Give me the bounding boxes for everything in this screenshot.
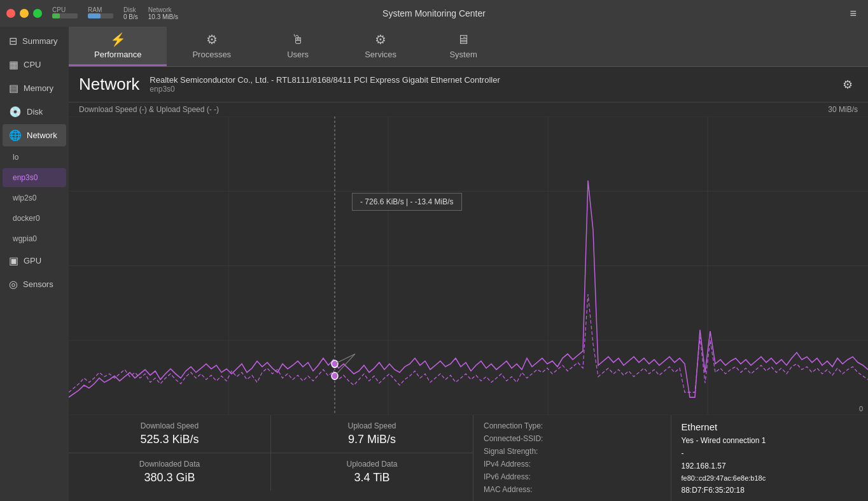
sidebar-label-enp3s0: enp3s0	[13, 173, 38, 182]
connection-type-value-row: Ethernet	[682, 421, 858, 432]
signal-strength-value-row: -	[682, 449, 858, 458]
sidebar-item-gpu[interactable]: ▣ GPU	[3, 250, 66, 272]
connection-type-row: Connection Type:	[484, 421, 661, 430]
performance-icon: ⚡	[110, 32, 126, 47]
download-speed-value: 525.3 KiB/s	[140, 433, 199, 446]
sidebar-label-disk: Disk	[27, 107, 43, 116]
tab-performance-label: Performance	[94, 50, 141, 59]
sidebar-item-disk[interactable]: 💿 Disk	[3, 101, 66, 123]
network-icon: 🌐	[9, 129, 22, 141]
disk-icon: 💿	[9, 106, 22, 118]
uploaded-data-cell: Uploaded Data 3.4 TiB	[271, 453, 473, 491]
network-chart: - 726.6 KiB/s | - -13.4 MiB/s 0	[69, 116, 868, 415]
mac-label: MAC Address:	[484, 485, 533, 494]
network-stat: Network 10.3 MiB/s	[148, 6, 178, 20]
titlebar-stats: CPU RAM Disk 0 B/s Network 10.3 MiB/s	[52, 6, 178, 20]
sidebar-label-memory: Memory	[24, 83, 53, 93]
download-speed-label: Download Speed	[141, 421, 199, 430]
tab-services-label: Services	[365, 50, 396, 59]
app-title: System Monitoring Center	[382, 8, 486, 18]
summary-icon: ⊟	[9, 35, 17, 47]
sidebar-item-cpu[interactable]: ▦ CPU	[3, 53, 66, 76]
sidebar-item-sensors[interactable]: ◎ Sensors	[3, 273, 66, 295]
tab-performance[interactable]: ⚡ Performance	[69, 27, 167, 66]
sensors-icon: ◎	[9, 278, 18, 290]
sidebar-item-enp3s0[interactable]: enp3s0	[3, 168, 66, 187]
upload-speed-cell: Upload Speed 9.7 MiB/s	[271, 415, 473, 453]
minimize-button[interactable]	[20, 9, 29, 18]
sidebar-item-wgpia0[interactable]: wgpia0	[3, 229, 66, 248]
connected-ssid-label: Connected-SSID:	[484, 434, 543, 443]
ipv6-row: IPv6 Address:	[484, 472, 661, 481]
signal-strength-row: Signal Strength:	[484, 447, 661, 456]
content-area: ⚡ Performance ⚙ Processes 🖱 Users ⚙ Serv…	[69, 27, 868, 501]
network-value: 10.3 MiB/s	[148, 13, 178, 20]
sidebar-label-wlp2s0: wlp2s0	[13, 194, 36, 202]
sidebar-item-lo[interactable]: lo	[3, 148, 66, 167]
ipv6-label: IPv6 Address:	[484, 472, 531, 481]
cpu-stat: CPU	[52, 6, 78, 20]
network-page-title: Network	[79, 74, 139, 94]
ipv6-value-row: fe80::cd29:47ac:6e8e:b18c	[682, 474, 858, 482]
tab-services[interactable]: ⚙ Services	[339, 27, 422, 66]
sidebar-label-summary: Summary	[22, 36, 58, 46]
ipv4-value-row: 192.168.1.57	[682, 462, 858, 470]
sidebar-item-memory[interactable]: ▤ Memory	[3, 77, 66, 99]
network-header: Network Realtek Semiconductor Co., Ltd. …	[69, 67, 868, 102]
connection-info-col: Connection Type: Connected-SSID: Signal …	[473, 415, 671, 501]
sidebar-label-docker0: docker0	[13, 214, 40, 223]
gpu-icon: ▣	[9, 255, 18, 267]
main-area: ⊟ Summary ▦ CPU ▤ Memory 💿 Disk 🌐 Networ…	[0, 27, 868, 501]
chart-min-label: 0	[859, 405, 863, 413]
sidebar-item-docker0[interactable]: docker0	[3, 209, 66, 228]
svg-line-12	[335, 354, 355, 364]
download-speed-cell: Download Speed 525.3 KiB/s	[69, 415, 271, 453]
sidebar-label-gpu: GPU	[24, 256, 41, 265]
sidebar-label-cpu: CPU	[24, 60, 41, 69]
ipv4-row: IPv4 Address:	[484, 460, 661, 469]
device-interface: enp3s0	[150, 85, 827, 94]
close-button[interactable]	[6, 9, 15, 18]
users-icon: 🖱	[291, 32, 304, 47]
tab-users[interactable]: 🖱 Users	[256, 27, 339, 66]
system-icon: 🖥	[457, 32, 470, 47]
tab-system[interactable]: 🖥 System	[422, 27, 505, 66]
connected-ssid-row: Connected-SSID:	[484, 434, 661, 443]
processes-icon: ⚙	[206, 32, 218, 47]
connection-type-label: Connection Type:	[484, 421, 543, 430]
ipv6-value: fe80::cd29:47ac:6e8e:b18c	[682, 474, 766, 482]
sidebar-item-wlp2s0[interactable]: wlp2s0	[3, 188, 66, 208]
ipv4-label: IPv4 Address:	[484, 460, 531, 469]
speed-stats-row: Download Speed 525.3 KiB/s Upload Speed …	[69, 415, 473, 453]
ram-label: RAM	[88, 6, 102, 13]
sidebar-item-network[interactable]: 🌐 Network	[3, 124, 66, 146]
sidebar-label-network: Network	[27, 131, 57, 140]
sidebar-label-wgpia0: wgpia0	[13, 234, 37, 243]
tab-system-label: System	[449, 50, 477, 59]
chart-label: Download Speed (-) & Upload Speed (- -)	[79, 105, 219, 114]
network-label: Network	[148, 6, 172, 13]
sidebar-label-lo: lo	[13, 153, 18, 162]
sidebar-label-sensors: Sensors	[23, 279, 53, 289]
chart-header: Download Speed (-) & Upload Speed (- -) …	[69, 102, 868, 116]
tab-processes[interactable]: ⚙ Processes	[167, 27, 256, 66]
connected-ssid-value-row: Yes - Wired connection 1	[682, 436, 858, 445]
signal-strength-label: Signal Strength:	[484, 447, 538, 456]
connected-ssid-value: Yes - Wired connection 1	[682, 436, 766, 445]
sidebar-item-summary[interactable]: ⊟ Summary	[3, 30, 66, 52]
menu-button[interactable]: ≡	[844, 4, 862, 23]
connection-type-value: Ethernet	[682, 421, 718, 432]
cpu-label: CPU	[52, 6, 66, 13]
data-stats-row: Downloaded Data 380.3 GiB Uploaded Data …	[69, 453, 473, 491]
device-name: Realtek Semiconductor Co., Ltd. - RTL811…	[150, 75, 827, 85]
cpu-icon: ▦	[9, 59, 18, 71]
downloaded-data-label: Downloaded Data	[139, 460, 200, 469]
mac-row: MAC Address:	[484, 485, 661, 494]
memory-icon: ▤	[9, 82, 18, 94]
mac-value: 88:D7:F6:35:20:18	[682, 486, 745, 495]
tab-processes-label: Processes	[192, 50, 231, 59]
chart-max-label: 30 MiB/s	[828, 105, 858, 114]
maximize-button[interactable]	[33, 9, 42, 18]
network-settings-button[interactable]: ⚙	[837, 75, 858, 94]
disk-stat: Disk 0 B/s	[123, 6, 138, 20]
